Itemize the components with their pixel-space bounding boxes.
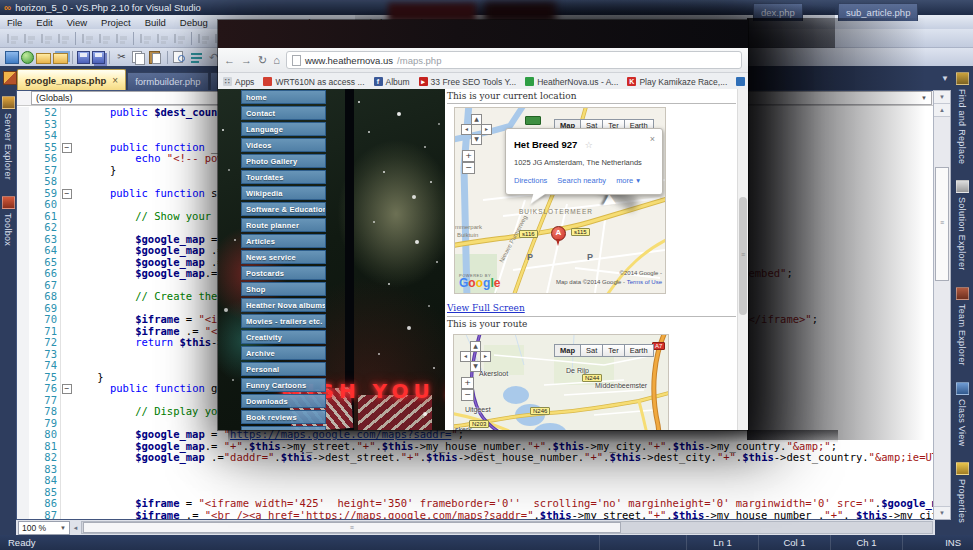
site-menu-movies-trailers-etc[interactable]: Movies - trailers etc. [241,314,326,328]
close-icon[interactable]: × [650,134,655,144]
bookmark-wrt610n-as-access[interactable]: WRT610N as access ... [263,77,364,87]
site-menu-archive[interactable]: Archive [241,346,326,360]
collapse-icon[interactable]: − [62,143,72,153]
indicator-margin[interactable] [17,452,29,464]
indicator-margin[interactable] [17,406,29,418]
panel-tab-toolbox[interactable]: Toolbox [0,188,16,254]
site-menu-language[interactable]: Language [241,122,326,136]
indicator-margin[interactable] [17,314,29,326]
pan-right-icon[interactable]: ▸ [480,351,491,362]
size-to-grid-icon[interactable] [138,32,153,45]
horizontal-scroll-thumb[interactable]: ≡ [83,522,621,533]
align-bottoms-icon[interactable] [97,32,112,45]
site-menu-heather-nova-albums[interactable]: Heather Nova albums [241,298,326,312]
info-link-directions[interactable]: Directions [514,176,547,185]
panel-tab-find-and-replace[interactable]: Find and Replace [951,64,973,172]
map-marker-a[interactable]: A [551,226,566,241]
tab-sub-article-php[interactable]: sub_article.php [838,3,918,21]
back-icon[interactable]: ← [224,55,235,66]
add-item-icon[interactable] [5,51,19,64]
indicator-margin[interactable] [17,211,29,223]
indicator-margin[interactable] [17,418,29,430]
panel-tab-team-explorer[interactable]: Team Explorer [951,279,973,374]
tab-google-maps-php[interactable]: google_maps.php× [17,69,126,90]
indicator-margin[interactable] [17,360,29,372]
zoom-in-icon[interactable]: + [461,377,474,389]
tab-overflow-chevron-icon[interactable]: ▼ [941,74,949,83]
scroll-left-icon[interactable]: ◂ [70,524,81,532]
make-same-height-icon[interactable] [155,32,170,45]
indicator-margin[interactable] [17,153,29,165]
info-link-search-nearby[interactable]: Search nearby [557,176,606,185]
close-icon[interactable]: × [112,75,118,86]
site-menu-wikipedia[interactable]: Wikipedia [241,186,326,200]
indicator-margin[interactable] [17,349,29,361]
indicator-margin[interactable] [17,291,29,303]
cut-icon[interactable]: ✂ [114,50,129,64]
reload-icon[interactable]: ↻ [258,55,267,66]
route-map[interactable]: ▲ ◂ ▸ ▼ + − MapSatTerEarth AkerslootUitg… [453,334,669,430]
map-pan-control[interactable]: ▲ ◂ ▸ ▼ + − [461,114,491,204]
align-rights-icon[interactable] [39,32,54,45]
pan-down-icon[interactable]: ▼ [470,361,481,372]
indicator-margin[interactable] [17,142,29,154]
indicator-margin[interactable] [17,395,29,407]
save-all-icon[interactable] [92,51,105,64]
menu-file[interactable]: File [0,15,29,29]
start-page-icon[interactable] [21,51,34,64]
site-menu-downloads[interactable]: Downloads [241,394,326,408]
map-type-map-button[interactable]: Map [554,344,581,357]
site-menu-photo-gallery[interactable]: Photo Gallery [241,154,326,168]
copy-icon[interactable] [131,50,146,64]
site-menu-articles[interactable]: Articles [241,234,326,248]
star-icon[interactable]: ☆ [585,140,593,150]
site-menu-book-reviews[interactable]: Book reviews [241,410,326,424]
site-menu-contact[interactable]: Contact [241,106,326,120]
site-menu-news-service[interactable]: News service [241,250,326,264]
location-map[interactable]: ▲ ◂ ▸ ▼ + − MapSatTerEarth BUIKSLOTERMEE… [454,107,666,294]
indicator-margin[interactable] [17,199,29,211]
split-dropdown-icon[interactable]: ▼ [934,91,950,104]
bookmark-play-kamikaze-race[interactable]: KPlay Kamikaze Race,... [627,77,727,87]
indicator-margin[interactable] [17,119,29,131]
zoom-out-icon[interactable]: − [461,389,474,401]
forward-icon[interactable]: → [241,55,252,66]
bookmark-apps[interactable]: ∷Apps [223,77,254,87]
align-tops-icon[interactable] [56,32,71,45]
indicator-margin[interactable] [17,130,29,142]
map-type-ter-button[interactable]: Ter [603,344,624,357]
indicator-margin[interactable] [17,372,29,384]
panel-tab-solution-explorer[interactable]: Solution Explorer [951,172,973,279]
editor-vertical-scrollbar[interactable]: ▼ ▲ ≡ ▼ [933,90,951,520]
browser-scrollbar[interactable]: ≡ [737,89,748,430]
map-pan-control[interactable]: ▲ ◂ ▸ ▼ + − [460,341,490,430]
menu-edit[interactable]: Edit [29,15,59,29]
indicator-margin[interactable] [17,487,29,499]
scroll-up-icon[interactable]: ▲ [934,104,950,117]
bookmark-33-free-seo-tools-y[interactable]: ▸33 Free SEO Tools Y... [419,77,517,87]
pan-right-icon[interactable]: ▸ [481,124,492,135]
indicator-margin[interactable] [17,441,29,453]
make-same-size-icon[interactable] [172,32,187,45]
site-menu-videos[interactable]: Videos [241,138,326,152]
address-bar[interactable]: www.heathernova.us/maps.php [286,51,742,69]
site-menu-route-planner[interactable]: Route planner [241,218,326,232]
save-icon[interactable] [77,51,90,64]
collapse-icon[interactable]: − [62,189,72,199]
collapse-icon[interactable]: − [62,384,72,394]
info-link-more[interactable]: more [616,176,633,185]
panel-tab-properties[interactable]: Properties [951,454,973,531]
indicator-margin[interactable] [17,464,29,476]
home-icon[interactable]: ⌂ [273,55,280,66]
terms-of-use-link[interactable]: Terms of Use [627,279,662,285]
indicator-margin[interactable] [17,510,29,520]
editor-zoom-dropdown[interactable]: 100 % ▼ [18,521,70,535]
vertical-scroll-thumb[interactable]: ≡ [935,167,949,281]
indicator-margin[interactable] [17,498,29,510]
align-middles-icon[interactable] [80,32,95,45]
zoom-in-icon[interactable]: + [462,150,475,162]
make-same-width-icon[interactable] [114,32,129,45]
map-type-sat-button[interactable]: Sat [581,344,603,357]
site-menu-creativity[interactable]: Creativity [241,330,326,344]
align-centers-icon[interactable] [22,32,37,45]
